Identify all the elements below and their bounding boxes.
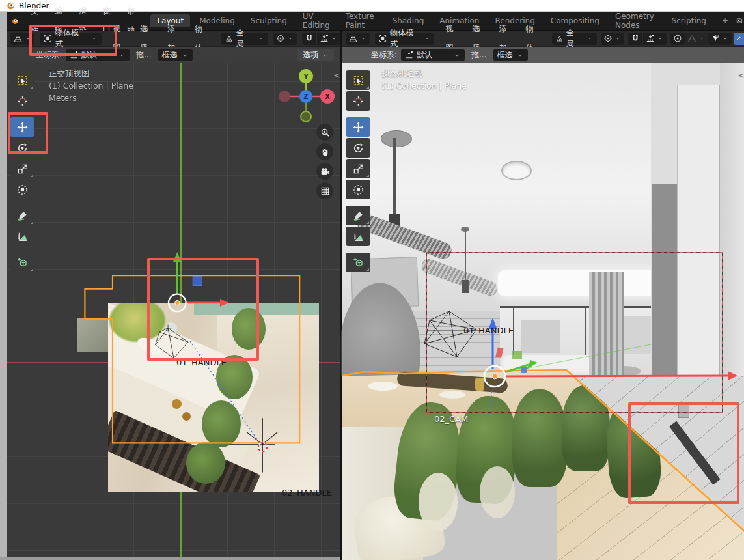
tool-move[interactable]: [346, 117, 370, 137]
options-dropdown[interactable]: 选项: [297, 49, 334, 61]
pivot-icon: [276, 34, 285, 43]
tool-scale[interactable]: [346, 159, 370, 178]
tool-annotate[interactable]: [346, 206, 370, 225]
snap-with-dropdown[interactable]: [317, 33, 340, 45]
snap-with-icon: [646, 34, 655, 43]
tool-select-box[interactable]: [346, 70, 370, 90]
tool-cursor[interactable]: [10, 91, 34, 111]
nav-axis-neg-x[interactable]: [279, 91, 290, 102]
handle1-label: 01_HANDLE: [463, 326, 514, 335]
scale-icon: [353, 163, 364, 175]
pan-button[interactable]: [316, 143, 333, 160]
pivot-dropdown[interactable]: [273, 33, 297, 45]
sidebar-collapse-arrow[interactable]: <: [333, 70, 340, 80]
chevron-down-icon: [424, 35, 430, 42]
view-name: 正交顶视图: [49, 67, 133, 79]
select-box-icon: [17, 75, 28, 86]
annotate-icon: [353, 210, 364, 221]
chevron-down-icon: [698, 35, 706, 42]
coord-axes-icon: [405, 51, 413, 59]
chevron-down-icon: [330, 35, 338, 42]
tool-measure[interactable]: [346, 227, 370, 246]
chevron-down-icon: [516, 51, 524, 59]
right-tool-settings: 坐标系: 默认 拖... 框选: [342, 47, 744, 63]
select-mode-dropdown[interactable]: 框选: [158, 49, 193, 61]
tool-scale[interactable]: [10, 159, 34, 178]
tab-scripting[interactable]: Scripting: [665, 14, 713, 27]
hand-icon: [320, 147, 330, 157]
nav-axis-y[interactable]: Y: [299, 69, 313, 83]
orientation-dropdown[interactable]: 全局: [552, 33, 597, 45]
snap-toggle[interactable]: [302, 33, 316, 45]
tool-add-cube[interactable]: [10, 253, 34, 272]
visibility-dropdown[interactable]: [708, 33, 732, 45]
options-label: 选项: [303, 49, 318, 61]
tool-add-cube[interactable]: [346, 253, 370, 272]
rotate-icon: [353, 143, 364, 154]
tab-compositing[interactable]: Compositing: [544, 14, 606, 27]
pivot-icon: [603, 34, 613, 43]
orientation-label: 全局: [566, 27, 580, 49]
falloff-dropdown[interactable]: [685, 33, 708, 45]
coord-dropdown[interactable]: 默认: [401, 49, 465, 61]
view-name: 摄像机透视: [382, 67, 467, 79]
orientation-dropdown[interactable]: 全局: [221, 33, 268, 45]
snap-with-dropdown[interactable]: [643, 33, 667, 45]
snap-toggle[interactable]: [628, 33, 642, 45]
tab-uv-editing[interactable]: UV Editing: [296, 10, 337, 32]
select-mode-label: 框选: [162, 49, 178, 61]
grid-icon: [320, 186, 330, 196]
scene-icon[interactable]: [736, 16, 743, 26]
chevron-down-icon: [321, 51, 329, 59]
object-mode-icon: [379, 34, 387, 43]
left-toolbar: [10, 70, 34, 272]
right-toolbar: [346, 70, 370, 272]
annotation-rect-gizmo: [147, 258, 259, 361]
coord-label: 坐标系:: [371, 49, 397, 61]
sidebar-collapse-arrow[interactable]: <: [737, 70, 744, 80]
editor-3d-viewport-icon: [13, 34, 23, 44]
snap-with-icon: [320, 34, 329, 43]
mode-dropdown[interactable]: 物体模式: [375, 33, 434, 45]
drag-label: 拖...: [136, 49, 151, 61]
nav-axis-x[interactable]: X: [320, 89, 335, 104]
nav-axis-z[interactable]: Z: [299, 90, 312, 103]
tab-texture-paint[interactable]: Texture Paint: [339, 10, 383, 32]
active-collection: (1) Collection | Plane: [49, 79, 133, 92]
tool-annotate[interactable]: [10, 206, 34, 225]
tab-add-workspace[interactable]: +: [715, 14, 735, 27]
tool-cursor[interactable]: [346, 91, 370, 111]
pivot-dropdown[interactable]: [601, 33, 624, 45]
gizmo-icon: [736, 35, 741, 42]
tool-transform[interactable]: [10, 180, 34, 199]
mode-label: 物体模式: [390, 27, 417, 49]
tool-transform[interactable]: [346, 180, 370, 199]
chevron-down-icon: [286, 35, 294, 42]
editor-type-button[interactable]: [346, 33, 370, 45]
tool-measure[interactable]: [10, 227, 34, 246]
ortho-toggle-button[interactable]: [316, 182, 333, 199]
tool-select-box[interactable]: [10, 70, 34, 90]
tool-rotate[interactable]: [346, 138, 370, 158]
select-box-icon: [353, 75, 364, 86]
select-mode-dropdown[interactable]: 框选: [493, 49, 528, 61]
visibility-pointer-eye-icon: [711, 34, 720, 43]
scale-icon: [17, 163, 28, 175]
camera-view-button[interactable]: [316, 163, 333, 180]
tab-sculpting[interactable]: Sculpting: [244, 14, 294, 27]
add-cube-icon: [17, 257, 28, 268]
chevron-down-icon: [656, 35, 664, 42]
falloff-curve-icon: [687, 34, 696, 43]
camera-icon: [320, 167, 330, 176]
zoom-button[interactable]: [316, 124, 333, 141]
cursor-3d-icon: [353, 96, 364, 107]
nav-axis-neg-y[interactable]: [300, 111, 312, 122]
move-icon: [353, 122, 364, 133]
tab-geometry-nodes[interactable]: Geometry Nodes: [609, 10, 663, 32]
annotation-rect-floor-corner: [628, 402, 739, 504]
blender-menu-icon[interactable]: [12, 16, 19, 27]
proportional-edit-toggle[interactable]: [670, 33, 685, 45]
tab-shading[interactable]: Shading: [386, 14, 431, 27]
cursor-3d-icon: [17, 96, 28, 107]
gizmo-toggle[interactable]: [734, 33, 744, 45]
